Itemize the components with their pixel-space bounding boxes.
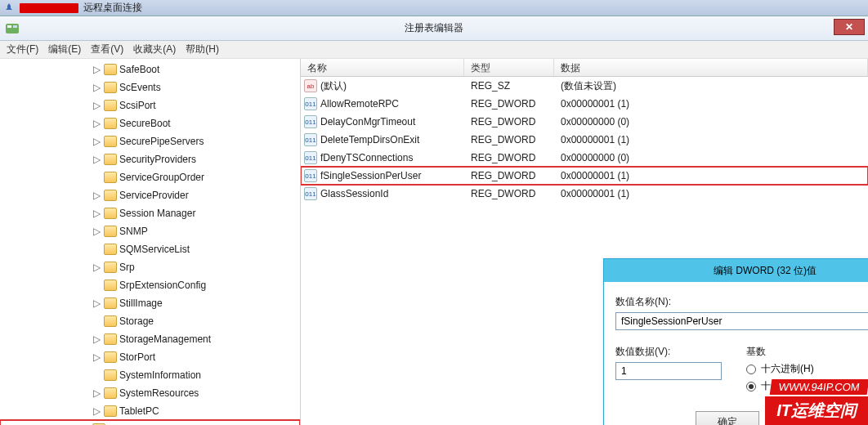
tree-item-safeboot[interactable]: ▷SafeBoot (0, 60, 300, 78)
values-list[interactable]: ab(默认)REG_SZ(数值未设置)011AllowRemoteRPCREG_… (301, 77, 868, 203)
watermark-url: WWW.94IP.COM (770, 379, 868, 395)
pin-icon[interactable] (3, 2, 15, 14)
dialog-title: 编辑 DWORD (32 位)值 (714, 264, 817, 278)
tree-label: StillImage (119, 298, 163, 309)
tree-label: SecurityProviders (119, 154, 196, 165)
menu-help[interactable]: 帮助(H) (186, 42, 219, 56)
value-row[interactable]: 011fSingleSessionPerUserREG_DWORD0x00000… (301, 167, 868, 185)
tree-label: StorPort (119, 351, 155, 363)
tree-label: TabletPC (119, 405, 159, 417)
value-name: fSingleSessionPerUser (320, 170, 421, 181)
value-data: 0x00000001 (1) (554, 188, 868, 199)
tree-item-storage[interactable]: Storage (0, 312, 300, 330)
tree-item-tabletpc[interactable]: ▷TabletPC (0, 402, 300, 420)
menu-bar: 文件(F) 编辑(E) 查看(V) 收藏夹(A) 帮助(H) (0, 41, 868, 59)
radio-hex[interactable]: 十六进制(H) (746, 362, 814, 376)
tree-item-storport[interactable]: ▷StorPort (0, 348, 300, 366)
ok-button[interactable]: 确定 (696, 411, 759, 425)
value-data-label: 数值数据(V): (615, 345, 722, 359)
tree-label: SystemInformation (119, 369, 201, 381)
app-title: 注册表编辑器 (405, 21, 463, 35)
folder-icon (104, 262, 117, 273)
registry-tree[interactable]: ▷SafeBoot▷ScEvents▷ScsiPort▷SecureBoot▷S… (0, 59, 301, 425)
tree-item-storagemanagement[interactable]: ▷StorageManagement (0, 330, 300, 348)
tree-label: Srp (119, 262, 135, 273)
folder-icon (104, 387, 117, 399)
tree-label: SQMServiceList (119, 244, 190, 255)
folder-icon (104, 405, 117, 417)
tree-label: SafeBoot (119, 64, 159, 75)
value-name: DeleteTempDirsOnExit (320, 134, 419, 145)
tree-item-sqmservicelist[interactable]: SQMServiceList (0, 240, 300, 258)
tree-item-systeminformation[interactable]: SystemInformation (0, 366, 300, 384)
value-row[interactable]: 011GlassSessionIdREG_DWORD0x00000001 (1) (301, 185, 868, 203)
tree-item-snmp[interactable]: ▷SNMP (0, 222, 300, 240)
value-name-input[interactable] (615, 312, 868, 330)
value-data: 0x00000001 (1) (554, 134, 868, 145)
tree-item-srp[interactable]: ▷Srp (0, 258, 300, 276)
tree-label: StorageManagement (119, 333, 211, 345)
value-row[interactable]: 011DeleteTempDirsOnExitREG_DWORD0x000000… (301, 131, 868, 149)
value-data-input[interactable] (615, 362, 722, 380)
col-data[interactable]: 数据 (554, 59, 868, 76)
value-row[interactable]: ab(默认)REG_SZ(数值未设置) (301, 77, 868, 95)
folder-icon (104, 333, 117, 345)
tree-item-systemresources[interactable]: ▷SystemResources (0, 384, 300, 402)
menu-edit[interactable]: 编辑(E) (48, 42, 81, 56)
folder-icon (104, 154, 117, 165)
tree-label: Session Manager (119, 208, 195, 219)
value-type: REG_DWORD (464, 134, 554, 145)
dword-value-icon: 011 (304, 187, 317, 200)
radio-icon (746, 382, 756, 391)
tree-item-servicegrouporder[interactable]: ServiceGroupOrder (0, 168, 300, 186)
tree-item-stillimage[interactable]: ▷StillImage (0, 294, 300, 312)
tree-item-securityproviders[interactable]: ▷SecurityProviders (0, 150, 300, 168)
value-data: 0x00000001 (1) (554, 98, 868, 110)
tree-item-terminal-server[interactable]: ◢Terminal Server (0, 420, 300, 425)
folder-icon (104, 351, 117, 363)
value-row[interactable]: 011fDenyTSConnectionsREG_DWORD0x00000000… (301, 149, 868, 167)
tree-label: SystemResources (119, 387, 199, 399)
col-name[interactable]: 名称 (301, 59, 464, 76)
value-type: REG_SZ (464, 80, 554, 92)
folder-icon (104, 82, 117, 93)
folder-icon (104, 226, 117, 237)
app-titlebar: 注册表编辑器 ✕ (0, 16, 868, 41)
tree-item-securepipeservers[interactable]: ▷SecurePipeServers (0, 132, 300, 150)
value-data: 0x00000000 (0) (554, 116, 868, 128)
rdp-connection-bar: 远程桌面连接 (0, 0, 868, 16)
tree-item-secureboot[interactable]: ▷SecureBoot (0, 114, 300, 132)
tree-item-serviceprovider[interactable]: ▷ServiceProvider (0, 186, 300, 204)
redacted-host (20, 3, 78, 13)
values-header: 名称 类型 数据 (301, 59, 868, 77)
folder-icon (104, 190, 117, 201)
menu-view[interactable]: 查看(V) (91, 42, 123, 56)
tree-item-scevents[interactable]: ▷ScEvents (0, 78, 300, 96)
tree-label: SrpExtensionConfig (119, 280, 206, 291)
dword-value-icon: 011 (304, 97, 317, 110)
value-row[interactable]: 011AllowRemoteRPCREG_DWORD0x00000001 (1) (301, 95, 868, 113)
base-label: 基数 (746, 345, 814, 359)
values-pane: 名称 类型 数据 ab(默认)REG_SZ(数值未设置)011AllowRemo… (301, 59, 868, 425)
tree-item-scsiport[interactable]: ▷ScsiPort (0, 96, 300, 114)
svg-rect-0 (6, 24, 19, 34)
folder-icon (104, 369, 117, 381)
dialog-titlebar[interactable]: 编辑 DWORD (32 位)值 ✕ (604, 259, 868, 282)
value-row[interactable]: 011DelayConMgrTimeoutREG_DWORD0x00000000… (301, 113, 868, 131)
folder-icon (104, 64, 117, 75)
folder-icon (104, 172, 117, 183)
tree-label: SecurePipeServers (119, 136, 204, 147)
value-type: REG_DWORD (464, 152, 554, 163)
value-name: fDenyTSConnections (320, 152, 413, 163)
folder-icon (104, 118, 117, 129)
col-type[interactable]: 类型 (464, 59, 554, 76)
window-close-button[interactable]: ✕ (834, 19, 865, 35)
menu-favorites[interactable]: 收藏夹(A) (133, 42, 176, 56)
watermark: WWW.94IP.COM IT运维空间 (765, 379, 868, 425)
tree-item-srpextensionconfig[interactable]: SrpExtensionConfig (0, 276, 300, 294)
regedit-icon (5, 21, 20, 36)
value-name-label: 数值名称(N): (615, 295, 868, 309)
value-type: REG_DWORD (464, 116, 554, 128)
menu-file[interactable]: 文件(F) (7, 42, 38, 56)
tree-item-session-manager[interactable]: ▷Session Manager (0, 204, 300, 222)
